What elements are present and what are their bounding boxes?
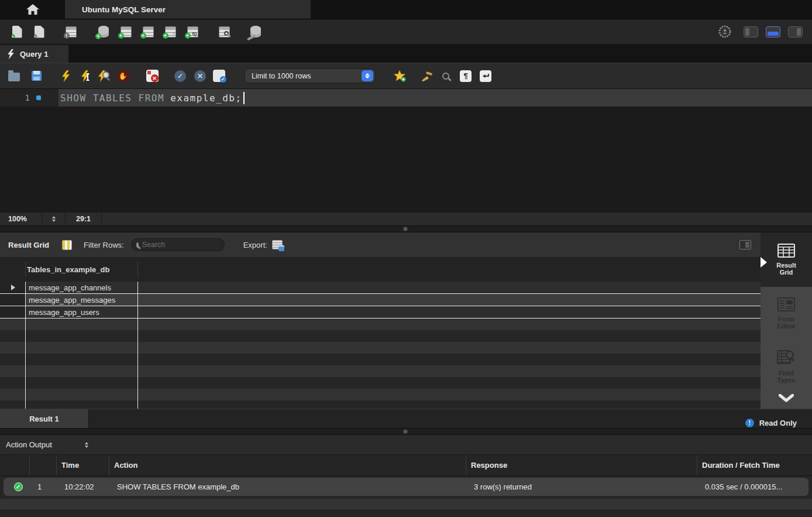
export-button[interactable] (272, 240, 283, 249)
info-icon: ! (745, 419, 754, 427)
tab-query-1[interactable]: Query 1 (0, 45, 69, 63)
current-row-arrow-icon (11, 285, 15, 290)
result-tabbar: Result 1 ! Read Only (0, 409, 812, 428)
create-schema-button[interactable]: + (96, 24, 111, 39)
search-icon (136, 242, 139, 248)
table-cell[interactable]: message_app_users (26, 306, 138, 318)
sidebar-item-result-grid[interactable]: Result Grid (761, 232, 812, 287)
index-column-header[interactable] (29, 455, 56, 475)
sql-editor[interactable]: 1 SHOW TABLES FROM example_db; (0, 89, 812, 212)
grid-column-header[interactable]: Tables_in_example_db (0, 257, 761, 282)
limit-rows-value: Limit to 1000 rows (252, 72, 311, 80)
stop-on-error-button[interactable]: ✕ (145, 69, 159, 83)
output-selector-stepper[interactable] (85, 442, 88, 448)
search-input[interactable] (142, 241, 236, 249)
action-column-header[interactable]: Action (109, 455, 466, 475)
action-output-panel: Action Output Time Action Response Durat… (0, 435, 812, 517)
stop-button[interactable]: ✋ (116, 69, 130, 83)
create-function-icon: +f() (187, 26, 198, 37)
create-view-icon: + (143, 26, 154, 37)
table-row[interactable]: message_app_users (0, 306, 761, 319)
open-script-button[interactable]: ⌐ (32, 24, 47, 39)
preferences-button[interactable] (717, 24, 732, 39)
titlebar: Ubuntu MySQL Server (0, 0, 812, 19)
action-output-columns: Time Action Response Duration / Fetch Ti… (0, 455, 812, 476)
search-data-button[interactable] (216, 24, 232, 39)
action-output-row[interactable]: ✓ 1 10:22:02 SHOW TABLES FROM example_db… (4, 478, 808, 496)
table-cell[interactable]: message_app_messages (26, 294, 138, 306)
inspector-button[interactable]: i (63, 24, 78, 39)
table-row[interactable]: message_app_channels (0, 282, 761, 294)
autocommit-icon: ✓ (213, 70, 225, 82)
save-button[interactable] (29, 69, 43, 83)
query-editor-toolbar: ✋ ✕ ✓ ✕ ✓ Limit to 1000 rows ¶ (0, 63, 812, 89)
result-grid-body[interactable]: message_app_channels message_app_message… (0, 282, 761, 409)
sidebar-more-button[interactable] (761, 394, 812, 409)
editor-gutter[interactable]: 1 (0, 89, 59, 107)
sidebar-item-field-types[interactable]: Field Types (761, 340, 812, 393)
stepper-icon (52, 216, 56, 222)
left-panel-icon (744, 26, 758, 37)
sql-keywords: SHOW TABLES FROM (60, 93, 164, 104)
current-line[interactable]: SHOW TABLES FROM example_db; (59, 89, 812, 107)
text-caret (243, 92, 245, 104)
sidebar-item-form-editor[interactable]: Form Editor (761, 287, 812, 340)
result-output-splitter[interactable] (0, 428, 812, 435)
toggle-bottom-panel-button[interactable] (765, 24, 780, 39)
tab-result-1[interactable]: Result 1 (0, 409, 89, 428)
new-query-tab-button[interactable]: + (9, 24, 25, 39)
stop-on-error-icon: ✕ (146, 70, 159, 82)
right-panel-icon (788, 26, 803, 37)
add-snippet-button[interactable] (393, 69, 407, 83)
read-only-status: ! Read Only (745, 419, 797, 428)
connection-tab[interactable]: Ubuntu MySQL Server (66, 0, 311, 19)
collapse-panel-icon[interactable] (739, 240, 751, 249)
commit-button[interactable]: ✓ (173, 69, 187, 83)
open-document-icon: ⌐ (35, 26, 44, 38)
editor-result-splitter[interactable] (0, 225, 812, 232)
create-function-button[interactable]: +f() (185, 24, 200, 39)
splitter-handle-icon (404, 430, 408, 434)
table-row[interactable]: message_app_messages (0, 294, 761, 306)
filter-search-box[interactable] (131, 238, 225, 251)
row-header[interactable] (0, 282, 26, 293)
toggle-right-sidebar-button[interactable] (787, 24, 803, 39)
open-file-button[interactable] (7, 69, 21, 83)
find-button[interactable] (439, 69, 453, 83)
create-table-icon: + (121, 26, 132, 37)
result-grid-title: Result Grid (8, 241, 49, 249)
explain-button[interactable] (97, 69, 111, 83)
wrap-text-button[interactable] (479, 69, 493, 83)
code-line-1[interactable]: 1 SHOW TABLES FROM example_db; (0, 89, 812, 107)
editor-statusbar: 100% 29:1 (0, 212, 812, 225)
row-header[interactable] (0, 306, 26, 318)
autocommit-button[interactable]: ✓ (212, 69, 226, 83)
response-column-header[interactable]: Response (466, 455, 697, 475)
time-column-header[interactable]: Time (56, 455, 109, 475)
create-procedure-button[interactable]: +▫ (163, 24, 178, 39)
empty-output-row (0, 499, 812, 509)
result-grid-icon (777, 244, 795, 258)
execute-button[interactable] (59, 69, 73, 83)
execute-current-button[interactable] (78, 69, 92, 83)
server-config-button[interactable] (248, 24, 263, 39)
show-invisibles-button[interactable]: ¶ (459, 69, 473, 83)
beautify-button[interactable] (420, 69, 434, 83)
action-output-title: Action Output (6, 440, 52, 449)
empty-rows-stripes (0, 319, 761, 409)
grid-columns-icon[interactable] (62, 240, 72, 250)
zoom-stepper[interactable] (42, 213, 66, 225)
line-number: 1 (25, 93, 30, 102)
select-stepper-icon (362, 70, 373, 81)
status-column-header[interactable] (0, 455, 29, 475)
row-header[interactable] (0, 294, 26, 306)
create-table-button[interactable]: + (118, 24, 133, 39)
home-tab[interactable] (0, 0, 66, 19)
limit-rows-select[interactable]: Limit to 1000 rows (245, 69, 376, 83)
duration-column-header[interactable]: Duration / Fetch Time (697, 455, 812, 475)
toggle-left-sidebar-button[interactable] (743, 24, 758, 39)
table-cell[interactable]: message_app_channels (26, 282, 138, 293)
create-view-button[interactable]: + (140, 24, 156, 39)
rollback-button[interactable]: ✕ (193, 69, 207, 83)
query-tab-label: Query 1 (20, 50, 48, 59)
